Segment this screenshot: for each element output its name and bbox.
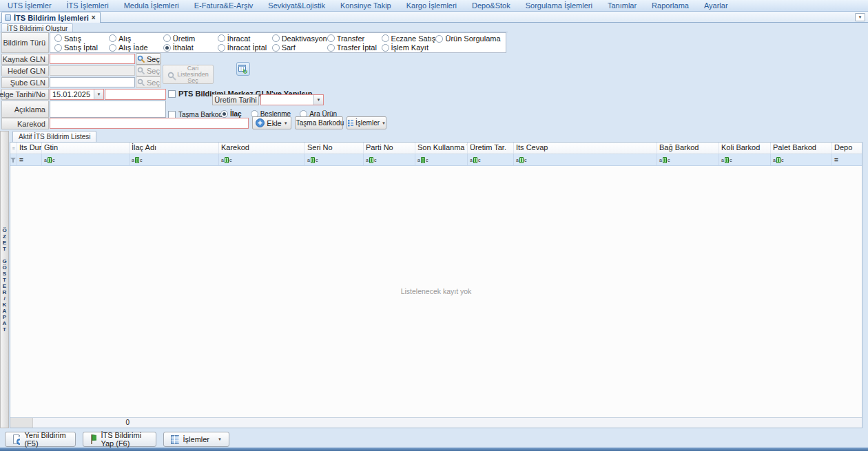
abc-filter-icon: ac — [470, 157, 480, 163]
column-header-i-lac-adi[interactable]: İlaç Adı — [130, 143, 219, 154]
filter-cell-son-kullanma-tar[interactable]: ac — [415, 154, 468, 165]
radio-i-lac[interactable]: İlaç — [220, 109, 242, 118]
window-status-strip — [0, 448, 868, 451]
filter-cell-its-cevap[interactable]: ac — [514, 154, 657, 165]
menu-item-ayarlar[interactable]: Ayarlar — [696, 0, 736, 11]
menu-item-uts-i-slemler[interactable]: UTS İşlemler — [0, 0, 59, 11]
tab-overflow-dropdown[interactable]: ▼ — [855, 13, 865, 21]
tab-its-bildirim-islemleri[interactable]: İTS Bildirim İşlemleri × — [1, 12, 101, 23]
radio-satis-i-ptal[interactable]: Satış İptal — [54, 43, 109, 53]
sube-gln-input[interactable] — [50, 77, 135, 87]
toolbar-islemler-button[interactable]: İşlemler ▼ — [163, 432, 229, 447]
abc-filter-icon: ac — [417, 157, 428, 163]
equals-filter-icon: = — [834, 156, 838, 164]
grid-footer: 0 — [10, 417, 862, 428]
column-header-depo[interactable]: Depo — [832, 143, 862, 154]
close-icon[interactable]: × — [92, 14, 96, 21]
menu-item-tanimlar[interactable]: Tanımlar — [600, 0, 644, 11]
menu-item-medula-i-slemleri[interactable]: Medula İşlemleri — [116, 0, 187, 11]
radio-urun-sorgulama[interactable]: Ürün Sorgulama — [435, 34, 506, 43]
radio-deaktivasyon[interactable]: Deaktivasyon — [272, 34, 327, 43]
radio-alis-i-ade[interactable]: Alış İade — [109, 43, 163, 53]
filter-cell-koli-barkod[interactable]: ac — [719, 154, 771, 165]
menu-item-konsinye-takip[interactable]: Konsinye Takip — [333, 0, 399, 11]
filter-cell-its-duru[interactable]: = — [17, 154, 42, 165]
radio-label: Satış — [64, 34, 81, 43]
sec-label: Seç — [147, 55, 160, 63]
menu-item-kargo-i-slemleri[interactable]: Kargo İşlemleri — [399, 0, 464, 11]
radio-label: İlaç — [230, 110, 242, 118]
flag-icon — [90, 434, 96, 445]
radio-i-hracat[interactable]: İhracat — [218, 34, 272, 43]
column-header-parti-no[interactable]: Parti No — [364, 143, 415, 154]
belge-tarihi-datepicker[interactable]: 15.01.2025 ▼ — [50, 89, 104, 100]
column-header-its-duru[interactable]: Its Duru — [17, 143, 42, 154]
document-tabstrip: İTS Bildirim İşlemleri × ▼ — [0, 12, 868, 23]
belge-no-input[interactable] — [105, 89, 166, 100]
filter-cell-parti-no[interactable]: ac — [364, 154, 415, 165]
filter-cell-depo[interactable]: = — [832, 154, 862, 165]
column-header-karekod[interactable]: Karekod — [219, 143, 305, 154]
ozet-goster-kapat-toggle[interactable]: ÖZETGÖSTER/KAPAT — [0, 131, 9, 428]
karekod-islemler-button[interactable]: İşlemler ▼ — [347, 116, 386, 129]
radio-trasfer-i-ptal[interactable]: Trasfer İptal — [327, 43, 382, 53]
kaynak-gln-input[interactable] — [50, 54, 135, 64]
search-icon — [167, 72, 176, 81]
filter-cell-gtin[interactable]: ac — [42, 154, 130, 165]
ozet-letter: Ö — [2, 227, 6, 233]
radio-sarf[interactable]: Sarf — [272, 43, 327, 53]
radio-alis[interactable]: Alış — [109, 34, 163, 43]
ozet-letter: S — [3, 271, 6, 277]
column-header-gtin[interactable]: Gtin — [42, 143, 130, 154]
tab-aktif-its-bildirim-listesi[interactable]: Aktif İTS Bildirim Listesi — [12, 131, 96, 142]
menu-item-i-ts-i-slemleri[interactable]: İTS İşlemleri — [59, 0, 116, 11]
radio-i-hracat-i-ptal[interactable]: İhracat İptal — [218, 43, 272, 53]
yeni-bildirim-button[interactable]: Yeni Bildirim (F5) — [5, 432, 76, 447]
menu-item-raporlama[interactable]: Raporlama — [644, 0, 696, 11]
radio-eczane-satis[interactable]: Eczane Satış — [382, 34, 436, 43]
radio-transfer[interactable]: Transfer — [327, 34, 382, 43]
hedef-gln-sec-button: Seç — [136, 65, 161, 76]
grid-row-count: 0 — [42, 419, 130, 426]
filter-cell-palet-barkod[interactable]: ac — [771, 154, 832, 165]
uretim-tarihi-datepicker[interactable]: ▼ — [260, 94, 324, 105]
ekle-button[interactable]: Ekle ▼ — [252, 116, 291, 129]
chevron-down-icon[interactable]: ▼ — [94, 90, 103, 99]
column-header-bag-barkod[interactable]: Bağ Barkod — [657, 143, 719, 154]
menu-item-depo-stok[interactable]: Depo&Stok — [464, 0, 518, 11]
column-header-palet-barkod[interactable]: Palet Barkod — [771, 143, 832, 154]
yeni-bildirim-label: Yeni Bildirim (F5) — [24, 431, 68, 448]
grid-body[interactable]: Listelenecek kayıt yok — [10, 166, 862, 417]
column-header-its-cevap[interactable]: Its Cevap — [514, 143, 657, 154]
menu-item-sorgulama-i-slemleri[interactable]: Sorgulama İşlemleri — [518, 0, 600, 11]
radio-i-thalat[interactable]: İthalat — [163, 43, 218, 53]
grid-footer-indicator — [10, 418, 33, 428]
filter-cell-bag-barkod[interactable]: ac — [657, 154, 719, 165]
filter-cell-i-lac-adi[interactable]: ac — [130, 154, 219, 165]
radio-satis[interactable]: Satış — [54, 34, 109, 43]
aciklama-textarea[interactable] — [50, 101, 166, 118]
cari-line: Seç — [187, 78, 198, 84]
karekod-input[interactable] — [50, 118, 249, 129]
tasma-barkodu-button[interactable]: Taşma Barkodu — [295, 116, 343, 129]
menu-item-e-fatura-e-arsiv[interactable]: E-Fatura&E-Arşiv — [187, 0, 261, 11]
column-header-koli-barkod[interactable]: Koli Barkod — [719, 143, 771, 154]
ozet-letter: Z — [3, 233, 6, 240]
radio-uretim[interactable]: Üretim — [163, 34, 218, 43]
radio-i-slem-kayit[interactable]: İşlem Kayıt — [382, 43, 436, 53]
its-bildirimi-yap-button[interactable]: İTS Bildirimi Yap (F6) — [83, 432, 156, 447]
chevron-down-icon[interactable]: ▼ — [313, 95, 323, 105]
grid-refresh-button[interactable]: ↻ — [236, 62, 250, 76]
islemler-label: İşlemler — [355, 119, 380, 127]
menu-item-sevkiyat-lojistik[interactable]: Sevkiyat&Lojistik — [260, 0, 333, 11]
filter-cell-seri-no[interactable]: ac — [305, 154, 364, 165]
column-header-seri-no[interactable]: Seri No — [305, 143, 364, 154]
column-header-uretim-tar[interactable]: Üretim Tar. — [468, 143, 514, 154]
filter-cell-uretim-tar[interactable]: ac — [468, 154, 514, 165]
checkbox-icon[interactable] — [168, 90, 176, 98]
column-header-son-kullanma-tar[interactable]: Son Kullanma Tar — [415, 143, 468, 154]
sube-gln-sec-button: Seç — [136, 76, 161, 88]
kaynak-gln-sec-button[interactable]: Seç — [136, 53, 161, 65]
filter-cell-karekod[interactable]: ac — [219, 154, 305, 165]
ozet-letter: E — [3, 283, 6, 289]
